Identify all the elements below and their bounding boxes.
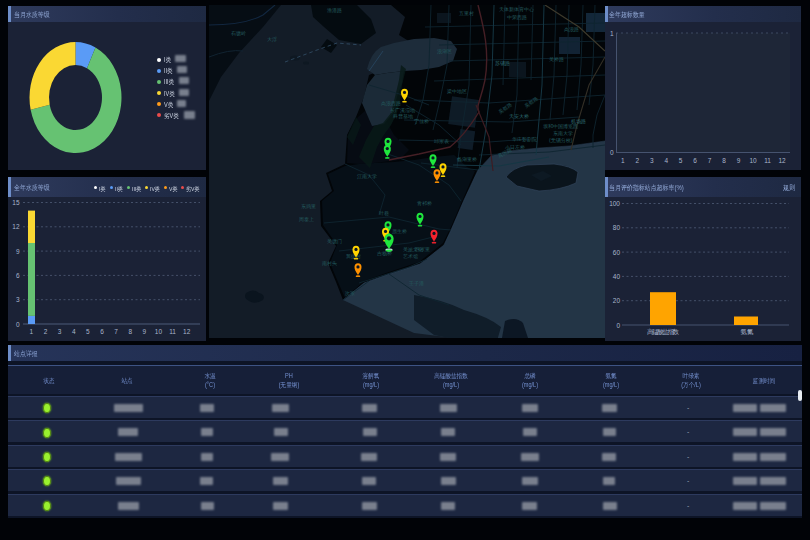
svg-text:高锰酸盐指数: 高锰酸盐指数 [647, 328, 680, 336]
svg-text:15: 15 [12, 199, 20, 206]
svg-text:3: 3 [58, 328, 62, 335]
svg-text:青祁桥: 青祁桥 [417, 200, 432, 206]
svg-text:11: 11 [169, 328, 176, 335]
svg-text:翼捷村: 翼捷村 [346, 253, 361, 260]
svg-text:苏锡路: 苏锡路 [495, 60, 510, 66]
svg-text:浪湖区: 浪湖区 [437, 48, 452, 55]
svg-text:华庄影剧院: 华庄影剧院 [512, 136, 537, 143]
svg-text:2: 2 [44, 328, 48, 335]
svg-text:中荣西路: 中荣西路 [507, 14, 527, 21]
svg-text:3: 3 [16, 296, 20, 303]
svg-text:渔港路: 渔港路 [327, 7, 342, 14]
svg-text:4: 4 [664, 157, 668, 164]
svg-text:科普基地: 科普基地 [393, 113, 413, 120]
svg-text:天体新体育中心: 天体新体育中心 [499, 6, 534, 12]
svg-text:3: 3 [650, 157, 654, 164]
svg-text:东鸡里: 东鸡里 [301, 203, 316, 209]
svg-text:6: 6 [100, 328, 104, 335]
svg-text:石塘岭: 石塘岭 [231, 30, 246, 37]
svg-text:100: 100 [609, 200, 620, 207]
svg-text:原生桥: 原生桥 [392, 228, 407, 234]
svg-text:宁佳桥: 宁佳桥 [414, 118, 429, 124]
svg-text:6: 6 [16, 272, 20, 279]
svg-text:南村头: 南村头 [322, 260, 337, 267]
svg-text:吴塘门: 吴塘门 [327, 238, 342, 244]
svg-text:东南大学: 东南大学 [553, 130, 573, 136]
svg-text:叶巷: 叶巷 [379, 210, 389, 216]
svg-text:1: 1 [610, 30, 614, 37]
svg-text:0: 0 [616, 322, 620, 329]
svg-text:高浪西路: 高浪西路 [381, 100, 401, 107]
svg-text:9: 9 [142, 328, 146, 335]
svg-text:6: 6 [693, 157, 697, 164]
svg-text:周泰上: 周泰上 [299, 216, 314, 222]
svg-text:9: 9 [737, 157, 741, 164]
svg-text:艺术馆: 艺术馆 [403, 253, 418, 259]
svg-text:10: 10 [155, 328, 163, 335]
svg-text:5: 5 [86, 328, 90, 335]
svg-text:2: 2 [635, 157, 639, 164]
svg-text:(无锡分校): (无锡分校) [549, 137, 573, 144]
svg-text:12: 12 [12, 223, 20, 230]
svg-text:江南大学: 江南大学 [357, 173, 377, 180]
svg-text:10: 10 [749, 157, 757, 164]
svg-text:天安大桥: 天安大桥 [509, 113, 529, 119]
svg-text:0: 0 [610, 149, 614, 156]
svg-text:5: 5 [679, 157, 683, 164]
svg-text:8: 8 [128, 328, 132, 335]
svg-text:蠡湖里桥: 蠡湖里桥 [457, 156, 477, 162]
svg-text:7: 7 [708, 157, 712, 164]
svg-text:梁中地区: 梁中地区 [447, 88, 467, 94]
svg-text:60: 60 [613, 249, 621, 256]
svg-text:氨氮: 氨氮 [741, 328, 755, 335]
svg-text:大浮: 大浮 [267, 36, 277, 43]
svg-text:壬子港: 壬子港 [409, 280, 424, 287]
svg-text:9: 9 [16, 248, 20, 255]
svg-text:坂和中国博览园: 坂和中国博览园 [543, 123, 578, 130]
svg-text:高浪路: 高浪路 [564, 26, 579, 33]
svg-text:五里村: 五里村 [459, 10, 474, 17]
svg-text:11: 11 [764, 157, 771, 164]
svg-text:吴桥路: 吴桥路 [549, 56, 564, 62]
svg-text:7: 7 [114, 328, 118, 335]
svg-text:次家: 次家 [345, 290, 355, 296]
svg-text:80: 80 [613, 224, 621, 231]
svg-text:12: 12 [183, 328, 191, 335]
svg-text:20: 20 [613, 297, 621, 304]
svg-text:1: 1 [30, 328, 34, 335]
svg-text:12: 12 [778, 157, 786, 164]
svg-text:0: 0 [16, 321, 20, 328]
svg-text:4: 4 [72, 328, 76, 335]
svg-text:1: 1 [621, 157, 625, 164]
svg-text:邱家表: 邱家表 [434, 138, 449, 144]
svg-text:8: 8 [722, 157, 726, 164]
svg-text:40: 40 [613, 273, 621, 280]
svg-text:薛家里: 薛家里 [415, 246, 430, 252]
